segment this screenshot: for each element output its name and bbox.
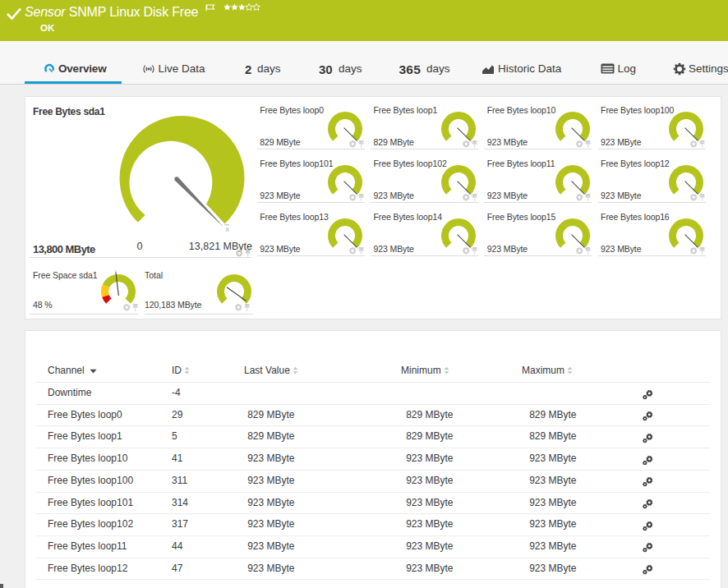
svg-text:x: x [225, 224, 229, 233]
